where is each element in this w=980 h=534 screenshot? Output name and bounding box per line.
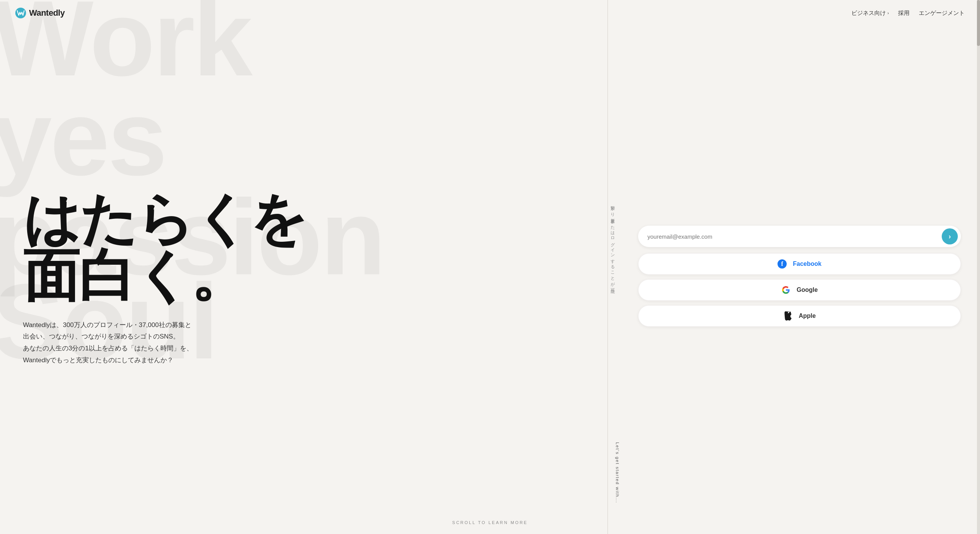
scrollbar-track[interactable] (977, 0, 980, 534)
google-label: Google (797, 287, 818, 293)
left-section: はたらくを 面白く。 Wantedlyは、300万人のプロフィール・37,000… (0, 0, 608, 534)
facebook-login-button[interactable]: f Facebook (638, 253, 961, 275)
main-nav: ビジネス向け › 採用 エンゲージメント (851, 10, 965, 17)
logo-area: Wantedly (15, 8, 65, 18)
scrollbar-thumb[interactable] (977, 0, 980, 46)
headline-line1: はたらくを (23, 191, 585, 247)
apple-login-button[interactable]: Apple (638, 305, 961, 327)
main-content: はたらくを 面白く。 Wantedlyは、300万人のプロフィール・37,000… (0, 0, 980, 534)
nav-recruit[interactable]: 採用 (898, 10, 910, 17)
facebook-icon: f (777, 259, 787, 269)
nav-engagement[interactable]: エンゲージメント (919, 10, 965, 17)
desc-line2: 出会い、つながり、つながりを深めるシゴトのSNS。 (23, 331, 585, 343)
hero-description: Wantedlyは、300万人のプロフィール・37,000社の募集と 出会い、つ… (23, 319, 585, 366)
email-input[interactable] (647, 233, 942, 240)
nav-business[interactable]: ビジネス向け › (851, 10, 889, 17)
google-login-button[interactable]: Google (638, 279, 961, 301)
wantedly-logo-icon (15, 8, 26, 18)
main-headline: はたらくを 面白く。 (23, 191, 585, 304)
svg-point-0 (15, 8, 26, 18)
chevron-right-icon: › (887, 11, 889, 15)
side-text-japanese: 繋がり新規またはログインすることが可能 (609, 203, 615, 287)
email-input-row: › (638, 226, 961, 247)
desc-line3: あなたの人生の3分の1以上を占める「はたらく時間」を、 (23, 343, 585, 355)
desc-line1: Wantedlyは、300万人のプロフィール・37,000社の募集と (23, 319, 585, 331)
logo-text: Wantedly (29, 8, 65, 18)
apple-label: Apple (799, 313, 815, 319)
lets-get-started-text: Let's get started with... (615, 442, 620, 503)
side-text-japanese-label: 繋がり新規またはログインすることが可能 (609, 203, 615, 287)
facebook-label: Facebook (793, 260, 822, 267)
arrow-right-icon: › (949, 233, 951, 241)
right-panel: › f Facebook Google (608, 0, 980, 534)
desc-line4: Wantedlyでもっと充実したものにしてみませんか？ (23, 355, 585, 366)
apple-icon (783, 311, 792, 321)
email-submit-button[interactable]: › (942, 228, 958, 244)
headline-line2: 面白く。 (23, 247, 585, 304)
header: Wantedly ビジネス向け › 採用 エンゲージメント (0, 0, 980, 26)
center-divider (608, 0, 608, 534)
google-icon (781, 285, 791, 295)
scroll-hint: SCROLL TO LEARN MORE (452, 520, 528, 525)
